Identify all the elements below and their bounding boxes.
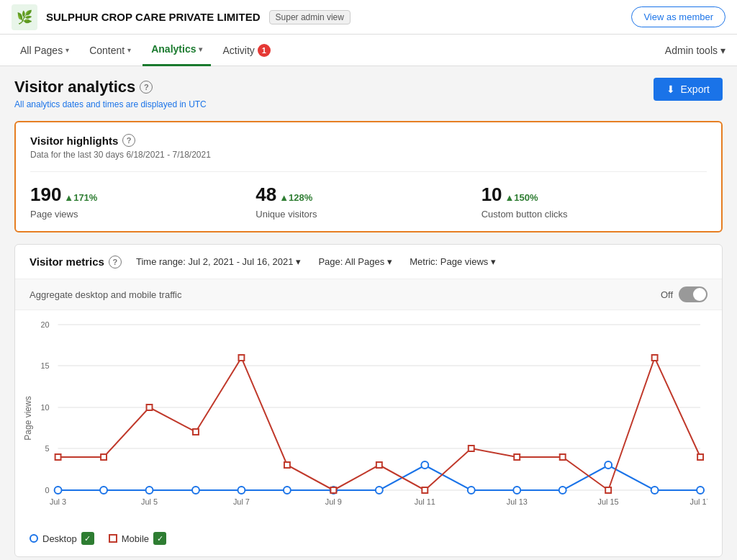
svg-text:10: 10 xyxy=(41,403,50,412)
metric-change-unique-visitors: ▲128% xyxy=(279,192,312,203)
activity-badge: 1 xyxy=(258,44,271,57)
nav-item-analytics[interactable]: Analytics ▾ xyxy=(143,35,211,66)
admin-badge: Super admin view xyxy=(269,10,351,24)
svg-point-21 xyxy=(192,487,199,494)
svg-point-30 xyxy=(605,461,612,469)
svg-point-23 xyxy=(284,487,291,494)
aggregate-toggle[interactable] xyxy=(679,286,707,302)
svg-text:Jul 5: Jul 5 xyxy=(141,497,158,506)
svg-rect-35 xyxy=(147,405,153,410)
chevron-down-icon: ▾ xyxy=(720,45,725,56)
metric-value-custom-clicks: 10 xyxy=(481,184,502,205)
chevron-down-icon: ▾ xyxy=(199,45,202,53)
svg-rect-41 xyxy=(422,487,428,493)
svg-rect-42 xyxy=(469,446,474,451)
svg-point-32 xyxy=(697,487,704,494)
svg-point-18 xyxy=(55,487,62,494)
site-name: SULPHUR CROP CARE PRIVATE LIMITED xyxy=(46,11,261,23)
chart-area: .grid-line { stroke: #e0e0e0; stroke-wid… xyxy=(15,310,722,526)
svg-rect-40 xyxy=(376,462,382,468)
visitor-metrics-card: Visitor metrics ? Time range: Jul 2, 202… xyxy=(14,244,723,557)
svg-text:Jul 13: Jul 13 xyxy=(507,497,528,506)
highlights-metrics: 190 ▲171% Page views 48 ▲128% Unique vis… xyxy=(30,184,707,220)
legend-mobile: Mobile ✓ xyxy=(109,532,166,545)
highlights-subtitle: Data for the last 30 days 6/18/2021 - 7/… xyxy=(30,150,707,160)
svg-text:Jul 11: Jul 11 xyxy=(415,497,435,506)
mobile-check-icon[interactable]: ✓ xyxy=(153,532,166,545)
admin-tools-label: Admin tools xyxy=(665,45,718,56)
chevron-down-icon: ▾ xyxy=(387,256,392,267)
desktop-check-icon[interactable]: ✓ xyxy=(81,532,94,545)
chevron-down-icon: ▾ xyxy=(127,46,131,54)
mobile-legend-icon xyxy=(109,534,117,543)
svg-point-20 xyxy=(146,487,153,494)
metric-change-custom-clicks: ▲150% xyxy=(505,192,538,203)
metric-value-unique-visitors: 48 xyxy=(256,184,276,205)
nav-item-content[interactable]: Content ▾ xyxy=(81,35,140,66)
download-icon: ⬇ xyxy=(666,83,675,95)
nav-bar: All Pages ▾ Content ▾ Analytics ▾ Activi… xyxy=(0,35,737,66)
y-axis-label: Page views xyxy=(23,396,33,440)
nav-item-activity[interactable]: Activity 1 xyxy=(214,35,279,66)
aggregate-row: Aggregate desktop and mobile traffic Off xyxy=(15,279,722,310)
nav-label-content: Content xyxy=(89,45,125,56)
highlights-card: Visitor highlights ? Data for the last 3… xyxy=(14,121,723,232)
toggle-knob xyxy=(693,288,706,301)
chart-legend: Desktop ✓ Mobile ✓ xyxy=(15,526,722,556)
svg-rect-45 xyxy=(605,487,611,493)
svg-rect-44 xyxy=(560,454,566,460)
svg-text:Jul 15: Jul 15 xyxy=(598,497,619,506)
svg-text:Jul 7: Jul 7 xyxy=(233,497,250,506)
help-icon[interactable]: ? xyxy=(140,81,153,94)
svg-text:20: 20 xyxy=(41,320,50,329)
svg-point-19 xyxy=(100,487,107,494)
metric-label-unique-visitors: Unique visitors xyxy=(256,209,481,220)
page-content: Visitor analytics ? All analytics dates … xyxy=(0,66,737,560)
nav-right: Admin tools ▾ xyxy=(665,45,725,56)
svg-text:Jul 17: Jul 17 xyxy=(690,497,707,506)
highlights-help-icon[interactable]: ? xyxy=(122,134,135,147)
chevron-down-icon: ▾ xyxy=(65,46,69,54)
top-bar: 🌿 SULPHUR CROP CARE PRIVATE LIMITED Supe… xyxy=(0,0,737,35)
svg-point-25 xyxy=(376,487,383,494)
svg-point-26 xyxy=(421,461,428,469)
desktop-legend-icon xyxy=(30,534,38,543)
svg-rect-34 xyxy=(101,454,107,460)
admin-tools-menu[interactable]: Admin tools ▾ xyxy=(665,45,725,56)
nav-label-activity: Activity xyxy=(222,45,254,56)
metrics-help-icon[interactable]: ? xyxy=(109,256,122,268)
metric-filter[interactable]: Metric: Page views ▾ xyxy=(407,255,499,268)
legend-desktop: Desktop ✓ xyxy=(30,532,94,545)
chart-svg: .grid-line { stroke: #e0e0e0; stroke-wid… xyxy=(22,317,707,519)
nav-left: All Pages ▾ Content ▾ Analytics ▾ Activi… xyxy=(12,35,279,66)
metric-change-page-views: ▲171% xyxy=(64,192,97,203)
nav-item-all-pages[interactable]: All Pages ▾ xyxy=(12,35,78,66)
page-title: Visitor analytics ? xyxy=(14,78,207,96)
metric-label-custom-clicks: Custom button clicks xyxy=(481,209,707,220)
toggle-container: Off xyxy=(661,286,707,302)
svg-text:Jul 3: Jul 3 xyxy=(50,497,66,506)
svg-point-28 xyxy=(513,487,520,494)
time-range-filter[interactable]: Time range: Jul 2, 2021 - Jul 16, 2021 ▾ xyxy=(133,255,304,268)
page-subtitle: All analytics dates and times are displa… xyxy=(14,99,207,109)
svg-text:15: 15 xyxy=(41,361,50,370)
svg-rect-36 xyxy=(193,429,199,435)
svg-rect-43 xyxy=(514,454,520,460)
nav-label-all-pages: All Pages xyxy=(20,45,63,56)
metric-label-page-views: Page views xyxy=(30,209,256,220)
view-as-member-button[interactable]: View as member xyxy=(631,6,725,27)
site-logo: 🌿 xyxy=(12,4,37,30)
title-section: Visitor analytics ? All analytics dates … xyxy=(14,78,207,109)
svg-rect-38 xyxy=(284,462,290,468)
svg-text:5: 5 xyxy=(45,444,50,453)
metric-page-views: 190 ▲171% Page views xyxy=(30,184,256,220)
legend-desktop-label: Desktop xyxy=(42,533,77,544)
metric-unique-visitors: 48 ▲128% Unique visitors xyxy=(256,184,481,220)
page-filter[interactable]: Page: All Pages ▾ xyxy=(315,255,395,268)
legend-mobile-label: Mobile xyxy=(122,533,149,544)
nav-label-analytics: Analytics xyxy=(151,43,196,55)
aggregate-label: Aggregate desktop and mobile traffic xyxy=(30,289,182,300)
export-button[interactable]: ⬇ Export xyxy=(654,78,723,101)
svg-point-27 xyxy=(468,487,475,494)
chevron-down-icon: ▾ xyxy=(296,256,301,267)
